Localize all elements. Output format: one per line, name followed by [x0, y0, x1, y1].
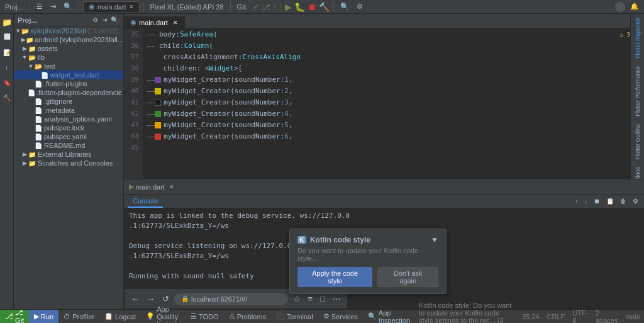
profiler-status-item[interactable]: ⏱ Profiler: [58, 310, 99, 324]
sidebar-icon-pullrequest[interactable]: ↕: [1, 62, 13, 73]
editor-tab-main[interactable]: ◉ main.dart ✕: [83, 1, 140, 12]
run-tab-close[interactable]: ✕: [169, 184, 174, 190]
console-up-btn[interactable]: ↑: [573, 197, 580, 205]
editor-content[interactable]: 35 36 37 38 39 40 41 42 43 44: [124, 29, 630, 179]
tree-item-flutter-plugins-dep[interactable]: 📄 .flutter-plugins-dependencie...: [14, 88, 123, 97]
tree-label: .flutter-plugins: [44, 80, 87, 88]
run-tab-header[interactable]: ▶ main.dart ✕: [124, 181, 179, 193]
problems-status-item[interactable]: ⚠ Problems: [224, 310, 271, 324]
search-icon2[interactable]: 🔍: [338, 3, 352, 11]
crlf-indicator[interactable]: CRLF: [543, 313, 569, 320]
new-tab-icon[interactable]: □: [318, 293, 328, 305]
editor-tab-main[interactable]: ◉ main.dart ✕: [124, 16, 185, 28]
tree-item-android[interactable]: ▶ 📁 android [xylophone2023fall...: [14, 35, 123, 44]
editor-area: ◉ main.dart ✕ 35 36 37: [124, 14, 644, 179]
todo-label: TODO: [199, 313, 219, 320]
tree-item-test[interactable]: ▼ 📂 test: [14, 62, 123, 71]
terminal-status-item[interactable]: ⬛ Terminal: [271, 310, 318, 324]
flutter-notifications-tab[interactable]: Notifications: [633, 163, 642, 179]
panel-settings-btn[interactable]: ⚙: [91, 16, 99, 24]
tree-item-assets[interactable]: ▶ 📁 assets: [14, 44, 123, 53]
git-branch-icon[interactable]: ⎇: [262, 3, 270, 11]
menu-icon[interactable]: ⋯: [330, 293, 343, 305]
flutter-performance-tab[interactable]: Flutter Performance: [633, 62, 642, 120]
close-tab-icon[interactable]: ✕: [173, 20, 178, 26]
tree-item-root[interactable]: ▼ 📂 xylophone2023fall C:\Users\D...: [14, 26, 123, 35]
indent-indicator[interactable]: 2 spaces: [592, 309, 621, 324]
reload-button[interactable]: ↺: [160, 293, 172, 305]
code-area[interactable]: —— body: SafeArea( △ 3 —— child: Column(…: [143, 29, 630, 179]
avatar-icon[interactable]: [615, 2, 625, 12]
stop-button[interactable]: ⏹: [308, 2, 316, 12]
git-check-icon[interactable]: ✓: [253, 3, 259, 11]
file-icon: 📄: [28, 89, 35, 96]
flutter-inspector-tab[interactable]: Flutter Inspector: [633, 14, 642, 62]
code-line-40: —— myWidget_Creator(soundNumber: 2,: [147, 86, 630, 97]
console-tab[interactable]: Console: [128, 195, 163, 208]
reader-icon[interactable]: ≡: [306, 293, 316, 305]
bookmarks-icon[interactable]: ☆: [291, 293, 303, 305]
apply-code-style-btn[interactable]: Apply the code style: [297, 267, 372, 287]
folder-icon: 📂: [21, 28, 29, 35]
git-push-icon[interactable]: ↑: [273, 3, 277, 11]
indent-icon[interactable]: ⇥: [48, 3, 58, 11]
sidebar-icon-bookmarks[interactable]: 🔖: [1, 77, 13, 88]
console-stop-btn[interactable]: ⏹: [592, 197, 602, 205]
url-bar[interactable]: 🔒 localhost:62671/#/: [174, 293, 288, 305]
sidebar-icon-project[interactable]: 📁: [1, 16, 13, 28]
project-dropdown[interactable]: Proj...: [3, 3, 26, 11]
search-icon[interactable]: 🔍: [61, 3, 75, 11]
panel-search-btn[interactable]: 🔍: [109, 16, 119, 24]
dont-ask-btn[interactable]: Don't ask again: [377, 267, 438, 287]
dart-file-icon: ◉: [130, 18, 136, 26]
tree-item-widget-test[interactable]: 📄 widget_test.dart: [14, 71, 123, 79]
cursor-position: 35:24: [518, 313, 543, 320]
kotlin-icon: K: [297, 236, 306, 244]
tree-item-pubspec-yaml[interactable]: 📄 pubspec.yaml: [14, 132, 123, 141]
app-inspection-status-item[interactable]: 🔍 App Inspection: [363, 310, 415, 324]
settings-icon[interactable]: ⚙: [354, 3, 365, 11]
console-down-btn[interactable]: ↓: [582, 197, 589, 205]
tree-item-metadata[interactable]: 📄 .metadata: [14, 106, 123, 115]
tree-item-flutter-plugins[interactable]: 📄 .flutter-plugins: [14, 79, 123, 88]
structure-icon[interactable]: ☰: [34, 3, 45, 11]
tree-item-scratches[interactable]: ▶ 📁 Scratches and Consoles: [14, 159, 123, 167]
device-selector[interactable]: Pixel XL (Edited) API 28: [148, 3, 226, 11]
notification-dropdown-icon[interactable]: ▼: [431, 235, 438, 244]
tree-item-gitignore[interactable]: 📄 .gitignore: [14, 97, 123, 106]
debug-button[interactable]: 🐛: [294, 2, 305, 12]
window: Proj... ☰ ⇥ 🔍 ◉ main.dart ✕ Pixel XL (Ed…: [0, 0, 644, 323]
forward-button[interactable]: →: [144, 293, 157, 305]
back-button[interactable]: ←: [128, 293, 142, 305]
tree-item-lib[interactable]: ▼ 📂 lib: [14, 53, 123, 62]
tree-item-pubspec-lock[interactable]: 📄 pubspec.lock: [14, 123, 123, 132]
panel-collapse-btn[interactable]: ⇥: [101, 16, 108, 24]
console-clear-btn[interactable]: 🗑: [618, 197, 628, 205]
code-line-41: —— myWidget_Creator(soundNumber: 3,: [147, 97, 630, 108]
tree-item-analysis[interactable]: 📄 analysis_options.yaml: [14, 115, 123, 123]
services-icon: ⚙: [323, 312, 330, 320]
file-icon: 📄: [34, 125, 43, 132]
run-status-item[interactable]: ▶ Run: [29, 310, 58, 324]
notifications-icon[interactable]: 🔔: [628, 3, 641, 11]
run-button[interactable]: ▶: [285, 2, 292, 12]
sidebar-icon-build[interactable]: 🔨: [1, 92, 13, 103]
console-settings-btn[interactable]: ⚙: [631, 197, 640, 205]
todo-status-item[interactable]: ☰ TODO: [186, 310, 224, 324]
app-quality-status-item[interactable]: 💡 App Quality Insights: [141, 310, 186, 324]
sidebar-icon-commit[interactable]: 📝: [1, 47, 13, 58]
folder-icon: 📁: [28, 45, 36, 52]
close-icon[interactable]: ✕: [129, 4, 134, 10]
encoding-indicator[interactable]: UTF-8: [569, 309, 592, 324]
console-copy-btn[interactable]: 📋: [604, 197, 616, 205]
tree-item-readme[interactable]: 📄 README.md: [14, 141, 123, 150]
build-button[interactable]: 🔨: [319, 2, 330, 12]
flutter-outline-tab[interactable]: Flutter Outline: [633, 120, 642, 164]
panel-toolbar: ⚙ ⇥ 🔍: [91, 16, 119, 24]
sidebar-icon-resource[interactable]: ⬜: [1, 31, 13, 43]
tree-item-ext-libs[interactable]: ▶ 📁 External Libraries: [14, 150, 123, 159]
git-status-item[interactable]: ⎇ ⎇ Git: [0, 310, 29, 324]
logcat-status-item[interactable]: 📋 Logcat: [99, 310, 141, 324]
services-status-item[interactable]: ⚙ Services: [318, 310, 363, 324]
lock-icon: 🔒: [181, 295, 189, 302]
